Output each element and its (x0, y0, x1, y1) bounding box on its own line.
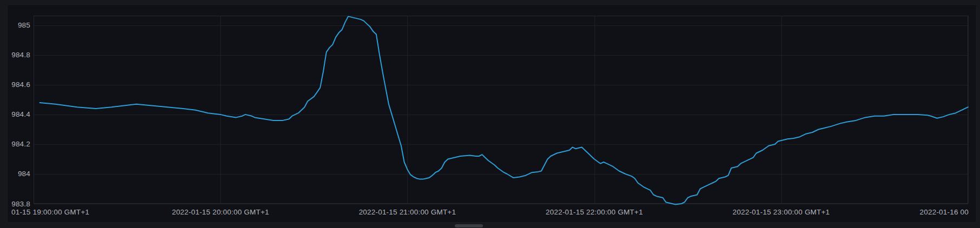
y-axis-tick-label: 984.4 (11, 110, 30, 118)
y-axis-tick-label: 984.6 (11, 81, 30, 89)
x-axis-tick-label: 2022-01-15 21:00:00 GMT+1 (359, 208, 456, 216)
y-axis-tick-label: 983.8 (11, 200, 30, 208)
x-axis-tick-label: 2022-01-15 23:00:00 GMT+1 (733, 208, 830, 216)
series-line (40, 16, 969, 204)
x-axis-tick-label: 2022-01-16 00 (920, 208, 969, 216)
plot-frame (34, 16, 968, 204)
dashboard-background: 983.8984984.2984.4984.6984.898501-15 19:… (0, 0, 980, 228)
y-axis-tick-label: 984.2 (11, 140, 30, 148)
y-axis-tick-label: 984 (18, 170, 30, 178)
horizontal-scrollbar-track[interactable] (0, 224, 980, 228)
x-axis-tick-label: 2022-01-15 20:00:00 GMT+1 (172, 208, 269, 216)
x-axis-tick-label: 2022-01-15 22:00:00 GMT+1 (546, 208, 643, 216)
y-axis-tick-label: 985 (18, 21, 30, 29)
x-axis-tick-label: 01-15 19:00:00 GMT+1 (11, 208, 89, 216)
horizontal-scrollbar-thumb[interactable] (455, 224, 483, 227)
y-axis-tick-label: 984.8 (11, 51, 30, 59)
time-series-chart[interactable]: 983.8984984.2984.4984.6984.898501-15 19:… (0, 0, 980, 228)
